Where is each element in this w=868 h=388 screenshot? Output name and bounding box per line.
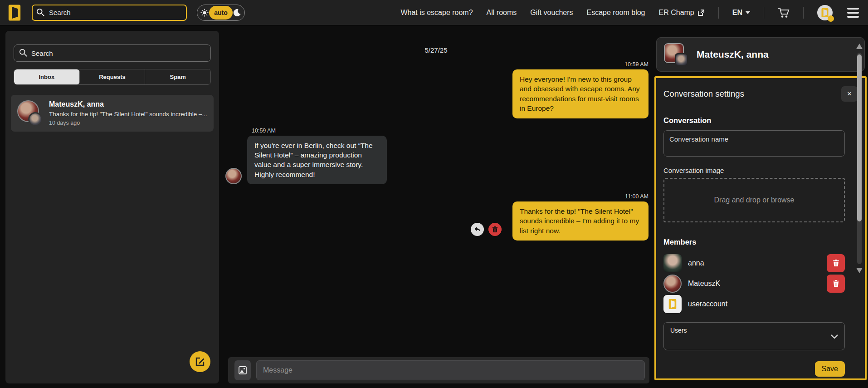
message-group: 11:00 AM Thanks for the tip! " <box>224 193 649 241</box>
scrollbar-thumb[interactable] <box>857 54 862 221</box>
conversation-time: 10 days ago <box>49 120 207 126</box>
message-composer <box>228 357 649 383</box>
avatar <box>663 295 682 313</box>
scroll-up-arrow-icon[interactable] <box>856 44 863 49</box>
member-name: anna <box>688 259 820 267</box>
member-row: anna <box>663 253 845 273</box>
attach-image-button[interactable] <box>234 360 251 380</box>
tab-requests[interactable]: Requests <box>80 69 146 84</box>
trash-icon <box>832 259 840 267</box>
conversation-avatars <box>664 43 688 66</box>
site-logo-door-icon[interactable] <box>6 4 23 21</box>
nav-link-what-is-escape-room[interactable]: What is escape room? <box>400 9 473 17</box>
reply-icon <box>474 226 481 233</box>
nav-separator <box>718 7 719 19</box>
conversation-section-heading: Conversation <box>663 116 845 125</box>
status-dot <box>828 15 834 22</box>
users-select-label: Users <box>670 327 838 334</box>
message-timestamp: 10:59 AM <box>624 61 649 68</box>
member-list: anna MateuszK <box>663 253 845 314</box>
avatar <box>28 112 43 127</box>
delete-message-button[interactable] <box>488 223 502 236</box>
new-conversation-button[interactable] <box>190 351 210 372</box>
conversation-name: MateuszK, anna <box>49 100 207 108</box>
message-input[interactable] <box>256 360 645 380</box>
sun-icon[interactable] <box>200 9 209 17</box>
user-avatar[interactable] <box>817 5 833 20</box>
er-champ-label: ER Champ <box>659 9 694 17</box>
settings-scrollbar[interactable] <box>856 44 863 273</box>
language-label: EN <box>732 9 742 17</box>
conversations-sidebar: Inbox Requests Spam MateuszK, anna Thank… <box>5 31 219 383</box>
search-icon <box>19 49 27 57</box>
image-dropzone[interactable]: Drag and drop or browse <box>663 178 845 222</box>
chat-area: 5/27/25 10:59 AM Hey everyone! I'm new t… <box>219 25 653 388</box>
conversation-settings-panel: Conversation settings × Conversation Con… <box>654 76 867 380</box>
member-row: useraccount <box>663 294 845 314</box>
avatar <box>675 53 688 67</box>
language-selector[interactable]: EN <box>732 9 750 17</box>
nav-link-all-rooms[interactable]: All rooms <box>487 9 517 17</box>
message-actions <box>471 223 502 236</box>
theme-auto-pill[interactable]: auto <box>209 6 233 20</box>
nav-link-escape-room-blog[interactable]: Escape room blog <box>587 9 645 17</box>
message-bubble[interactable]: Hey everyone! I'm new to this group and … <box>512 69 649 118</box>
member-name: useraccount <box>688 300 845 308</box>
tab-spam[interactable]: Spam <box>145 69 210 84</box>
conversation-avatars <box>17 100 43 126</box>
navbar-search-input[interactable] <box>32 5 187 21</box>
avatar <box>663 275 682 293</box>
member-name: MateuszK <box>688 280 820 288</box>
settings-title: Conversation settings <box>663 89 744 99</box>
hamburger-menu-icon[interactable] <box>846 6 860 20</box>
search-icon <box>36 8 44 16</box>
save-button[interactable]: Save <box>815 361 845 377</box>
conversation-preview: Thanks for the tip! "The Silent Hotel" s… <box>49 111 207 118</box>
conversation-list-item[interactable]: MateuszK, anna Thanks for the tip! "The … <box>11 95 214 132</box>
conversation-image-label: Conversation image <box>663 167 845 174</box>
trash-icon <box>832 280 840 287</box>
scroll-down-arrow-icon[interactable] <box>856 268 863 273</box>
avatar <box>663 254 682 272</box>
conversation-header[interactable]: MateuszK, anna <box>656 37 865 72</box>
navbar-search <box>32 5 187 21</box>
nav-link-er-champ[interactable]: ER Champ <box>659 9 705 17</box>
close-settings-button[interactable]: × <box>841 86 858 102</box>
tab-inbox[interactable]: Inbox <box>14 69 80 84</box>
message-timestamp: 10:59 AM <box>252 128 276 134</box>
conversation-meta: MateuszK, anna Thanks for the tip! "The … <box>49 100 207 126</box>
message-bubble[interactable]: Thanks for the tip! "The Silent Hotel" s… <box>512 201 649 241</box>
image-icon <box>239 366 247 374</box>
nav-separator <box>803 7 804 19</box>
nav-separator <box>764 7 764 19</box>
inbox-tabs: Inbox Requests Spam <box>14 69 211 85</box>
member-row: MateuszK <box>663 273 845 294</box>
top-navbar: auto What is escape room? All rooms Gift… <box>0 0 868 25</box>
scrollbar-track[interactable] <box>857 53 862 264</box>
sidebar-search <box>14 44 211 62</box>
remove-member-button[interactable] <box>827 254 845 272</box>
message-bubble[interactable]: If you're ever in Berlin, check out “The… <box>247 136 387 185</box>
nav-link-gift-vouchers[interactable]: Gift vouchers <box>530 9 573 17</box>
user-door-icon <box>668 299 678 309</box>
theme-toggle[interactable]: auto <box>197 5 245 21</box>
message-timestamp: 11:00 AM <box>625 193 649 200</box>
members-heading: Members <box>663 238 845 246</box>
sidebar-search-input[interactable] <box>14 44 211 62</box>
navbar-links: What is escape room? All rooms Gift vouc… <box>400 5 868 20</box>
chat-date: 5/27/25 <box>224 46 649 54</box>
conversation-title: MateuszK, anna <box>697 49 769 60</box>
remove-member-button[interactable] <box>827 275 845 293</box>
compose-icon <box>195 357 205 367</box>
chevron-down-icon <box>746 11 750 14</box>
reply-button[interactable] <box>471 223 484 236</box>
users-select[interactable]: Users <box>663 322 845 350</box>
cart-icon[interactable] <box>778 7 790 18</box>
moon-icon[interactable] <box>233 9 241 17</box>
chevron-down-icon <box>831 334 838 339</box>
conversation-name-input[interactable] <box>663 130 845 157</box>
external-link-icon <box>697 9 705 16</box>
trash-icon <box>492 226 498 233</box>
avatar <box>225 168 242 184</box>
dropzone-text: Drag and drop or browse <box>714 196 795 204</box>
